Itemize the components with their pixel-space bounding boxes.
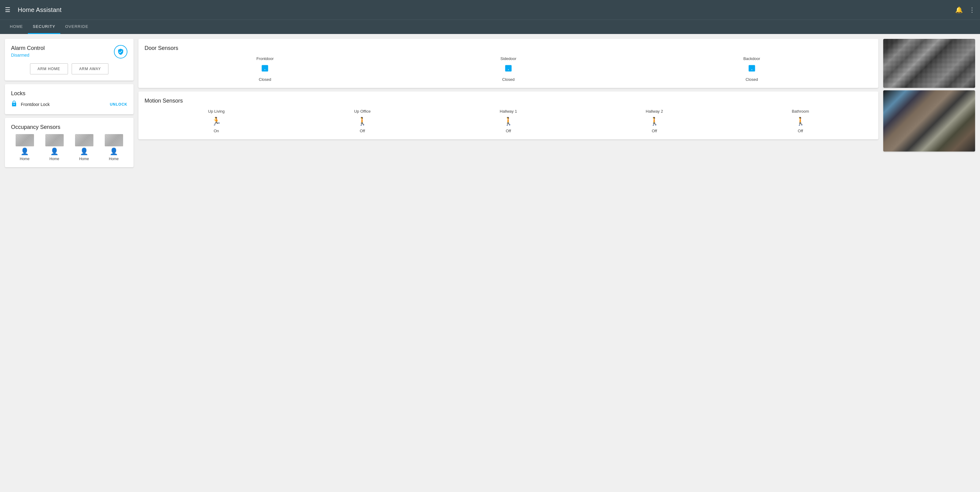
list-item: Sidedoor Closed: [388, 56, 629, 82]
lock-icon: [11, 100, 17, 108]
tab-security[interactable]: SECURITY: [28, 20, 60, 34]
door-sensor-name: Sidedoor: [500, 56, 516, 61]
list-item: Up Living 🏃 On: [145, 109, 288, 133]
list-item: 👤 Home: [100, 134, 127, 161]
door-closed-icon: [261, 64, 269, 75]
app-header: ☰ Home Assistant 🔔 ⋮: [0, 0, 980, 20]
list-item: 👤 Home: [41, 134, 68, 161]
app-title: Home Assistant: [18, 6, 955, 13]
motion-sensor-name: Up Office: [354, 109, 371, 114]
list-item: Backdoor Closed: [631, 56, 872, 82]
motion-inactive-icon: 🚶: [503, 117, 513, 126]
person-icon: 👤: [21, 148, 29, 156]
occupancy-label: Home: [49, 157, 59, 161]
list-item: Hallway 2 🚶 Off: [582, 109, 726, 133]
occupancy-title: Occupancy Sensors: [11, 124, 127, 130]
tab-override[interactable]: OVERRIDE: [60, 20, 94, 34]
alarm-status: Disarmed: [11, 52, 45, 57]
tab-home[interactable]: HOME: [5, 20, 28, 34]
locks-card: Locks Frontdoor Lock UNLOCK: [5, 84, 134, 114]
occupancy-thumbnail: [105, 134, 123, 146]
door-sensors-grid: Frontdoor Closed Sidedoor: [145, 56, 872, 82]
person-icon: 👤: [80, 148, 88, 156]
alarm-info: Alarm Control Disarmed: [11, 45, 45, 57]
motion-sensor-name: Hallway 1: [500, 109, 517, 114]
motion-inactive-icon: 🚶: [649, 117, 659, 126]
camera-feed-1: [883, 39, 975, 88]
door-sensor-name: Backdoor: [743, 56, 760, 61]
door-sensor-name: Frontdoor: [256, 56, 274, 61]
motion-sensor-status: Off: [652, 129, 657, 133]
motion-sensors-title: Motion Sensors: [145, 98, 872, 104]
occupancy-label: Home: [20, 157, 29, 161]
lock-name: Frontdoor Lock: [21, 102, 106, 107]
occupancy-label: Home: [109, 157, 119, 161]
door-sensor-status: Closed: [745, 77, 758, 82]
alarm-buttons: ARM HOME ARM AWAY: [11, 63, 127, 75]
person-icon: 👤: [50, 148, 59, 156]
door-sensors-card: Door Sensors Frontdoor Closed Sidedoor: [138, 39, 878, 88]
person-icon: 👤: [110, 148, 118, 156]
main-content: Alarm Control Disarmed ARM HOME ARM AWAY…: [0, 34, 980, 172]
notification-bell-icon[interactable]: 🔔: [955, 6, 963, 13]
motion-inactive-icon: 🚶: [357, 117, 367, 126]
door-closed-icon: [748, 64, 756, 75]
camera-feeds-column: [883, 39, 975, 152]
alarm-title: Alarm Control: [11, 45, 45, 51]
arm-away-button[interactable]: ARM AWAY: [72, 63, 109, 75]
list-item: 👤 Home: [11, 134, 38, 161]
middle-column: Door Sensors Frontdoor Closed Sidedoor: [138, 39, 878, 139]
occupancy-thumbnail: [45, 134, 64, 146]
motion-sensor-status: On: [214, 129, 219, 133]
header-icons: 🔔 ⋮: [955, 6, 975, 13]
motion-sensor-name: Up Living: [208, 109, 224, 114]
occupancy-sensors-card: Occupancy Sensors 👤 Home 👤 Home 👤 Home: [5, 118, 134, 167]
occupancy-thumbnail: [75, 134, 94, 146]
motion-inactive-icon: 🚶: [795, 117, 805, 126]
left-column: Alarm Control Disarmed ARM HOME ARM AWAY…: [5, 39, 134, 167]
alarm-control-card: Alarm Control Disarmed ARM HOME ARM AWAY: [5, 39, 134, 81]
motion-sensor-status: Off: [506, 129, 511, 133]
list-item: Hallway 1 🚶 Off: [437, 109, 580, 133]
door-sensors-title: Door Sensors: [145, 45, 872, 51]
arm-home-button[interactable]: ARM HOME: [30, 63, 68, 75]
occupancy-grid: 👤 Home 👤 Home 👤 Home 👤 Home: [11, 134, 127, 161]
alarm-header: Alarm Control Disarmed: [11, 45, 127, 59]
menu-icon[interactable]: ☰: [5, 7, 10, 13]
locks-title: Locks: [11, 90, 127, 97]
unlock-button[interactable]: UNLOCK: [110, 102, 127, 106]
motion-sensor-status: Off: [798, 129, 803, 133]
camera-feed-2: [883, 90, 975, 152]
door-sensor-status: Closed: [502, 77, 514, 82]
list-item: Up Office 🚶 Off: [291, 109, 434, 133]
more-options-icon[interactable]: ⋮: [969, 6, 975, 13]
list-item: Bathroom 🚶 Off: [729, 109, 872, 133]
occupancy-label: Home: [79, 157, 89, 161]
door-sensor-status: Closed: [259, 77, 271, 82]
alarm-shield-icon: [114, 45, 127, 59]
door-closed-icon: [504, 64, 513, 75]
tab-bar: HOME SECURITY OVERRIDE: [0, 20, 980, 34]
motion-sensors-grid: Up Living 🏃 On Up Office 🚶 Off Hallway 1…: [145, 109, 872, 133]
motion-sensor-name: Hallway 2: [646, 109, 663, 114]
motion-sensors-card: Motion Sensors Up Living 🏃 On Up Office …: [138, 92, 878, 139]
list-item: Frontdoor Closed: [145, 56, 385, 82]
occupancy-thumbnail: [16, 134, 34, 146]
lock-row: Frontdoor Lock UNLOCK: [11, 100, 127, 108]
motion-active-icon: 🏃: [211, 117, 221, 126]
motion-sensor-status: Off: [360, 129, 365, 133]
motion-sensor-name: Bathroom: [792, 109, 809, 114]
list-item: 👤 Home: [70, 134, 98, 161]
